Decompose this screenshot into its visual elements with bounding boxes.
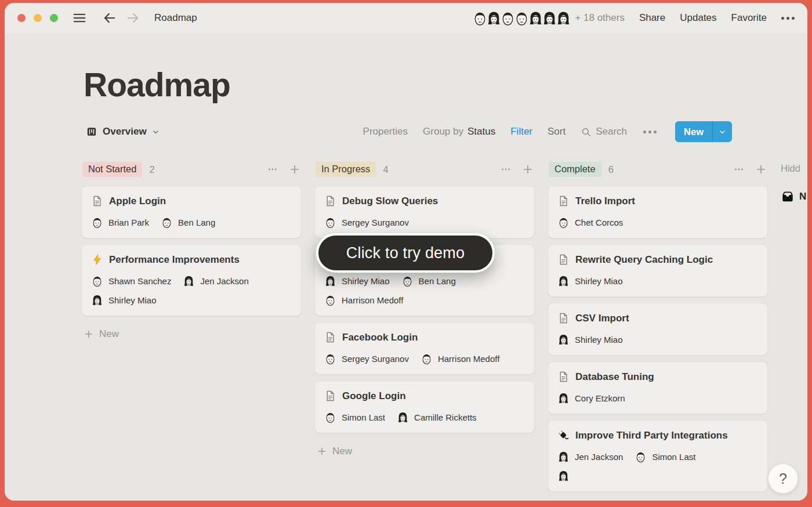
assignee-name: Camille Ricketts [414, 412, 477, 422]
page-icon [324, 195, 336, 207]
assignee-name: Shirley Miao [108, 295, 157, 305]
search-label: Search [596, 126, 627, 137]
card-database-tuning[interactable]: Database Tuning Cory Etzkorn [548, 361, 768, 414]
assignee-name: Harrison Medoff [438, 354, 499, 364]
collaborator-avatar [542, 10, 557, 26]
group-by-button[interactable]: Group by Status [423, 126, 495, 137]
column-in-progress: In Progress 4 Debug Slow Queries [314, 161, 535, 457]
titlebar: Roadmap + 18 others Share Updates Favori… [5, 3, 807, 33]
assignee [557, 470, 746, 482]
page-icon [557, 371, 570, 383]
share-button[interactable]: Share [639, 12, 665, 24]
column-not-started: Not Started 2 Apple Login Bri [81, 161, 302, 340]
help-button[interactable]: ? [768, 463, 798, 494]
sort-button[interactable]: Sort [548, 126, 566, 137]
card-trello-import[interactable]: Trello Import Chet Corcos [548, 186, 768, 238]
card-title: Apple Login [109, 195, 166, 207]
page-icon [91, 195, 103, 207]
page-icon [324, 331, 336, 343]
back-arrow-icon[interactable] [102, 10, 117, 26]
close-window-button[interactable] [17, 14, 26, 22]
assignee-name: Chet Corcos [575, 218, 623, 227]
add-card-button[interactable]: New [314, 446, 535, 457]
minimize-window-button[interactable] [34, 14, 42, 22]
card-performance-improvements[interactable]: Performance Improvements Shawn Sanchez J… [81, 244, 302, 316]
column-add-icon[interactable] [289, 164, 300, 175]
hidden-group-no-status[interactable]: N [781, 190, 807, 204]
page-icon [557, 253, 570, 266]
avatar [635, 451, 647, 463]
hidden-group-name: N [799, 191, 806, 202]
breadcrumb[interactable]: Roadmap [154, 12, 197, 24]
properties-button[interactable]: Properties [363, 126, 408, 137]
hidden-columns-label[interactable]: Hidd [781, 163, 807, 174]
more-options-icon[interactable] [781, 17, 795, 20]
status-badge[interactable]: In Progress [316, 162, 376, 177]
forward-arrow-icon[interactable] [125, 10, 140, 26]
new-button[interactable]: New [675, 121, 732, 142]
assignee: Ben Lang [161, 216, 215, 229]
new-button-dropdown[interactable] [713, 121, 732, 142]
assignee-name: Cory Etzkorn [575, 393, 625, 403]
card-csv-import[interactable]: CSV Import Shirley Miao [548, 303, 768, 356]
assignee: Shirley Miao [324, 275, 390, 287]
column-add-icon[interactable] [755, 164, 767, 175]
favorite-button[interactable]: Favorite [731, 12, 767, 24]
assignee: Simon Last [635, 451, 695, 463]
collaborator-avatar [500, 10, 516, 26]
column-add-icon[interactable] [522, 164, 534, 175]
column-more-icon[interactable] [733, 164, 745, 175]
try-demo-button[interactable]: Click to try demo [316, 233, 495, 273]
column-count: 2 [149, 164, 154, 175]
card-facebook-login[interactable]: Facebook Login Sergey Surganov Harrison … [314, 322, 535, 375]
card-title: Facebook Login [342, 332, 418, 343]
card-debug-slow-queries[interactable]: Debug Slow Queries Sergey Surganov [314, 186, 535, 238]
assignee-name: Shirley Miao [575, 335, 623, 345]
assignee-name: Shirley Miao [575, 276, 623, 286]
assignee: Sergey Surganov [324, 353, 409, 365]
card-google-login[interactable]: Google Login Simon Last Camille Ricketts [314, 381, 535, 433]
assignee: Ben Lang [401, 275, 456, 287]
card-improve-third-party-integrations[interactable]: Improve Third Party Integrations Jen Jac… [548, 420, 768, 492]
view-switcher[interactable]: Overview [86, 126, 160, 137]
card-title: Improve Third Party Integrations [575, 430, 728, 441]
column-more-icon[interactable] [500, 164, 512, 175]
avatar [324, 294, 336, 306]
assignee-name: Ben Lang [178, 218, 215, 227]
assignee-name: Sergey Surganov [342, 354, 409, 364]
collaborator-avatars[interactable]: + 18 others [474, 10, 625, 26]
card-title: Database Tuning [575, 371, 654, 383]
page-icon [557, 312, 570, 324]
status-badge[interactable]: Complete [549, 162, 601, 177]
assignee-name: Jen Jackson [575, 452, 623, 462]
kanban-board: Not Started 2 Apple Login Bri [5, 161, 807, 492]
filter-button[interactable]: Filter [510, 126, 532, 137]
assignee: Cory Etzkorn [557, 392, 625, 404]
add-card-button[interactable]: New [81, 328, 302, 340]
card-rewrite-query-caching-logic[interactable]: Rewrite Query Caching Logic Shirley Miao [548, 244, 768, 297]
column-more-icon[interactable] [267, 164, 278, 175]
collaborator-avatar [472, 10, 488, 26]
assignee: Harrison Medoff [420, 353, 499, 365]
column-count: 4 [383, 164, 388, 175]
card-apple-login[interactable]: Apple Login Brian Park Ben Lang [81, 186, 302, 238]
search-icon [581, 126, 592, 137]
search-button[interactable]: Search [581, 126, 627, 137]
card-title: Performance Improvements [109, 254, 240, 266]
zoom-window-button[interactable] [50, 14, 58, 22]
assignee-name: Sergey Surganov [342, 218, 409, 227]
board-view-icon [86, 126, 97, 137]
menu-icon[interactable] [72, 10, 87, 26]
assignee: Brian Park [91, 216, 149, 229]
column-complete: Complete 6 Trello Import Chet [548, 161, 768, 492]
status-badge[interactable]: Not Started [82, 162, 142, 177]
card-title: CSV Import [575, 313, 629, 324]
group-by-label: Group by [423, 126, 463, 137]
updates-button[interactable]: Updates [680, 12, 716, 24]
toolbar-more-icon[interactable] [643, 131, 657, 133]
column-count: 6 [608, 164, 614, 175]
new-button-label: New [675, 121, 712, 142]
avatar [324, 216, 336, 229]
assignee: Harrison Medoff [324, 294, 403, 306]
assignee: Jen Jackson [557, 451, 623, 463]
